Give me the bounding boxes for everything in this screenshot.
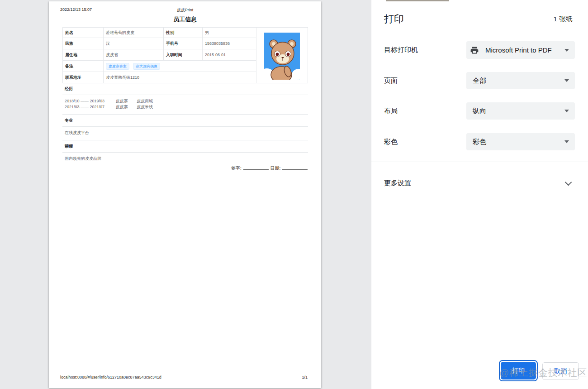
pages-label: 页面 (384, 77, 398, 85)
dialog-title: 打印 (384, 12, 404, 26)
print-button-focus-ring: 打印 (499, 360, 538, 381)
address-value: 皮皮寨憨蛋街1210 (104, 72, 256, 83)
destination-value: Microsoft Print to PDF (485, 46, 552, 54)
employee-info-table: 姓名 爱吃葡萄的皮皮 性别 男 (62, 27, 308, 83)
residence-label: 居住地 (63, 49, 104, 61)
experience-desc: 皮皮米线 (137, 105, 153, 109)
sign-blank-line (243, 164, 269, 170)
tag-badge: 皮皮寨寨主 (106, 63, 129, 70)
sheet-count: 1 张纸 (553, 15, 573, 24)
destination-label: 目标打印机 (384, 46, 418, 54)
pages-value: 全部 (473, 77, 486, 85)
name-value: 爱吃葡萄的皮皮 (104, 28, 164, 38)
major-section-title: 专业 (62, 115, 308, 127)
cancel-button[interactable]: 取消 (542, 362, 579, 380)
avatar-photo (256, 28, 308, 83)
major-section-text: 在线皮皮平台 (62, 127, 308, 140)
panel-top-strip (386, 0, 449, 1)
phone-label: 手机号 (164, 38, 203, 49)
pages-select[interactable]: 全部 (466, 72, 575, 89)
layout-value: 纵向 (473, 107, 486, 115)
signature-line: 签字: 日期: (231, 164, 308, 172)
dropdown-caret-icon (564, 110, 569, 112)
phone-value: 15639035936 (203, 38, 256, 49)
tag-badge: 张大漂亮偶像 (133, 63, 160, 70)
address-label: 联系地址 (63, 72, 104, 83)
sign-label: 签字: (231, 166, 242, 171)
experience-row: 2018/10 —— 2019/03 皮皮寨 皮皮商城 (65, 98, 306, 104)
color-label: 彩色 (384, 138, 398, 146)
remark-tags: 皮皮寨寨主 张大漂亮偶像 (104, 61, 256, 72)
print-settings-panel: 打印 1 张纸 目标打印机 Microsoft Print to PDF 页面 … (371, 0, 588, 389)
experience-period: 2021/03 —— 2021/07 (65, 104, 114, 110)
experience-period: 2018/10 —— 2019/03 (65, 98, 114, 104)
print-footer-page-number: 1/1 (302, 375, 308, 379)
dropdown-caret-icon (564, 79, 569, 82)
experience-org: 皮皮寨 (116, 98, 136, 104)
gender-value: 男 (203, 28, 256, 38)
print-button[interactable]: 打印 (501, 362, 536, 379)
layout-select[interactable]: 纵向 (466, 102, 575, 120)
ethnic-value: 汉 (104, 38, 164, 49)
date-label: 日期: (270, 166, 280, 171)
layout-label: 布局 (384, 107, 398, 115)
settings-divider (371, 162, 588, 162)
more-settings-label: 更多设置 (384, 179, 411, 187)
ethnic-label: 民族 (63, 38, 104, 49)
color-select[interactable]: 彩色 (466, 133, 575, 150)
more-settings-toggle[interactable]: 更多设置 (371, 174, 588, 192)
preview-page: 2022/12/13 15:07 皮皮Print 员工信息 姓名 爱吃葡萄的皮皮… (49, 1, 321, 388)
name-label: 姓名 (63, 28, 104, 38)
experience-desc: 皮皮商城 (137, 99, 153, 103)
bear-illustration (264, 33, 300, 80)
dropdown-caret-icon (564, 49, 569, 52)
honor-section-title: 荣耀 (62, 140, 308, 153)
color-value: 彩色 (473, 138, 486, 146)
residence-value: 皮皮省 (104, 49, 164, 61)
experience-section-title: 经历 (62, 83, 308, 95)
page-title: 员工信息 (49, 15, 321, 24)
experience-org: 皮皮寨 (116, 104, 136, 110)
gender-label: 性别 (164, 28, 203, 38)
employee-sections: 经历 2018/10 —— 2019/03 皮皮寨 皮皮商城 2021/03 —… (62, 83, 308, 166)
join-date-label: 入职时间 (164, 49, 203, 61)
printer-icon (470, 46, 479, 55)
print-preview-area: 2022/12/13 15:07 皮皮Print 员工信息 姓名 爱吃葡萄的皮皮… (0, 0, 371, 389)
dropdown-caret-icon (564, 140, 569, 143)
date-blank-line (282, 164, 308, 170)
join-date-value: 2015-06-01 (203, 49, 256, 61)
remark-label: 备注 (63, 61, 104, 72)
print-footer-url: localhost:8080/#/user/info/612710a0ec87a… (60, 375, 161, 379)
experience-row: 2021/03 —— 2021/07 皮皮寨 皮皮米线 (65, 104, 306, 110)
print-header-title: 皮皮Print (49, 7, 321, 13)
destination-select[interactable]: Microsoft Print to PDF (466, 41, 575, 59)
experience-rows: 2018/10 —— 2019/03 皮皮寨 皮皮商城 2021/03 —— 2… (62, 95, 308, 115)
chevron-down-icon (565, 179, 572, 186)
